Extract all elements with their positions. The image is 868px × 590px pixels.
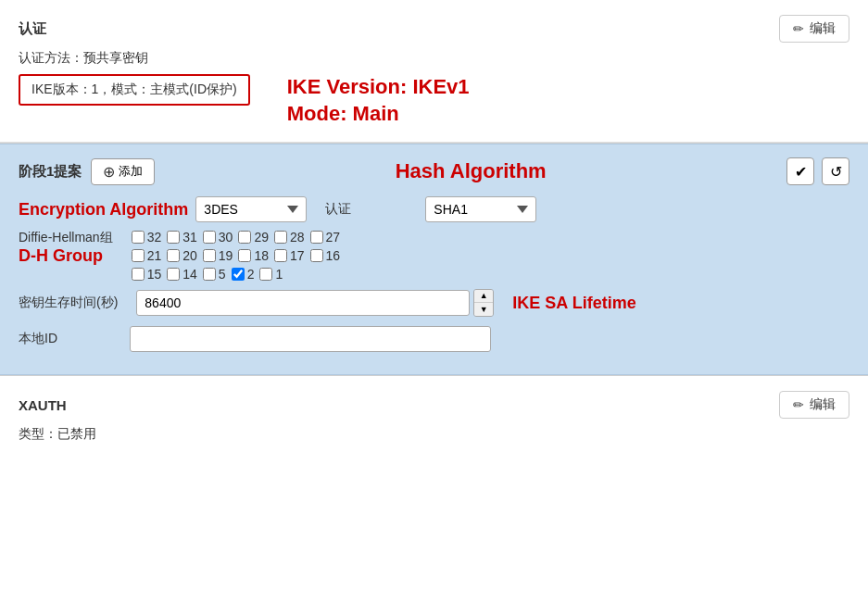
cb-30: 30 (203, 230, 233, 245)
stage1-section: 阶段1提案 ⊕ 添加 Hash Algorithm ✔ ↺ Encryption… (0, 144, 868, 375)
localid-row: 本地ID (19, 326, 849, 352)
lifetime-label: 密钥生存时间(秒) (19, 295, 118, 311)
cb-1: 1 (259, 267, 283, 282)
lifetime-input[interactable] (136, 290, 470, 316)
plus-icon: ⊕ (103, 163, 115, 181)
checkbox-2[interactable] (232, 268, 245, 281)
auth-edit-button[interactable]: ✏ 编辑 (779, 15, 849, 43)
ike-version-line: IKE Version: IKEv1 (287, 74, 470, 101)
checkbox-18[interactable] (238, 249, 251, 262)
encrypt-auth-row: Encryption Algorithm 3DES AES-128 AES-25… (19, 196, 849, 222)
reset-button[interactable]: ↺ (822, 157, 849, 185)
checkbox-21[interactable] (132, 249, 145, 262)
ike-mode-line: Mode: Main (287, 101, 470, 128)
spin-down-button[interactable]: ▼ (474, 303, 493, 316)
checkbox-30[interactable] (203, 231, 216, 244)
cb-29: 29 (238, 230, 269, 245)
dh-row-1: 32 31 30 29 28 27 (132, 230, 340, 245)
checkbox-1[interactable] (259, 268, 272, 281)
lifetime-row: 密钥生存时间(秒) ▲ ▼ IKE SA Lifetime (19, 289, 849, 317)
dh-annotation: D-H Group (19, 246, 113, 266)
dh-row-3: 15 14 5 2 1 (132, 267, 340, 282)
checkbox-19[interactable] (203, 249, 216, 262)
checkbox-14[interactable] (167, 268, 180, 281)
checkbox-17[interactable] (274, 249, 287, 262)
cb-21: 21 (132, 248, 162, 263)
spin-up-button[interactable]: ▲ (474, 290, 493, 303)
auth-top-row: IKE版本：1，模式：主模式(ID保护) IKE Version: IKEv1 … (19, 74, 849, 127)
auth-select[interactable]: SHA1 MD5 SHA256 SHA384 SHA512 (425, 196, 536, 222)
cb-5: 5 (203, 267, 226, 282)
lifetime-wrapper: ▲ ▼ (136, 289, 494, 317)
pencil-icon-xauth: ✏ (793, 397, 804, 412)
dh-left-label: Diffie-Hellman组 D-H Group (19, 230, 113, 266)
xauth-title: XAUTH (19, 397, 67, 413)
stage1-title: 阶段1提案 (19, 163, 82, 181)
cb-20: 20 (167, 248, 197, 263)
encrypt-label-annotation: Encryption Algorithm (19, 200, 188, 220)
localid-label: 本地ID (19, 331, 111, 347)
cb-32: 32 (132, 230, 162, 245)
encrypt-col: Encryption Algorithm 3DES AES-128 AES-25… (19, 196, 307, 222)
dh-checkboxes: 32 31 30 29 28 27 21 20 19 18 17 16 15 1… (132, 230, 340, 282)
cb-28: 28 (274, 230, 305, 245)
cb-14: 14 (167, 267, 197, 282)
auth-title: 认证 (19, 20, 46, 38)
cb-31: 31 (167, 230, 197, 245)
spin-wrapper: ▲ ▼ (473, 289, 494, 317)
auth-field-label: 认证 (325, 201, 418, 218)
checkbox-29[interactable] (238, 231, 251, 244)
reset-icon: ↺ (830, 163, 842, 181)
cb-15: 15 (132, 267, 162, 282)
cb-17: 17 (274, 248, 305, 263)
encrypt-select[interactable]: 3DES AES-128 AES-256 DES (195, 196, 307, 222)
xauth-section: XAUTH ✏ 编辑 类型：已禁用 (0, 376, 868, 458)
hash-annotation: Hash Algorithm (155, 159, 786, 183)
checkbox-27[interactable] (310, 231, 323, 244)
checkbox-5[interactable] (203, 268, 216, 281)
auth-section: 认证 ✏ 编辑 认证方法：预共享密钥 IKE版本：1，模式：主模式(ID保护) … (0, 0, 868, 143)
stage1-header: 阶段1提案 ⊕ 添加 Hash Algorithm ✔ ↺ (19, 157, 849, 185)
auth-col: 认证 SHA1 MD5 SHA256 SHA384 SHA512 (325, 196, 536, 222)
checkbox-20[interactable] (167, 249, 180, 262)
ike-sa-annotation: IKE SA Lifetime (512, 294, 635, 313)
dh-label: Diffie-Hellman组 (19, 230, 113, 246)
check-button[interactable]: ✔ (786, 157, 814, 185)
ike-box: IKE版本：1，模式：主模式(ID保护) (19, 74, 250, 106)
dh-row-2: 21 20 19 18 17 16 (132, 248, 340, 263)
xauth-edit-button[interactable]: ✏ 编辑 (779, 391, 849, 419)
stage1-header-icons: ✔ ↺ (786, 157, 849, 185)
pencil-icon: ✏ (793, 21, 804, 36)
cb-16: 16 (310, 248, 341, 263)
checkbox-28[interactable] (274, 231, 287, 244)
stage1-add-button[interactable]: ⊕ 添加 (91, 158, 155, 185)
checkbox-15[interactable] (132, 268, 145, 281)
check-icon: ✔ (795, 163, 807, 181)
auth-header: 认证 ✏ 编辑 (19, 15, 849, 43)
xauth-header: XAUTH ✏ 编辑 (19, 391, 849, 419)
cb-19: 19 (203, 248, 233, 263)
checkbox-32[interactable] (132, 231, 145, 244)
localid-input[interactable] (130, 326, 491, 352)
auth-method-label: 认证方法：预共享密钥 (19, 50, 849, 67)
cb-18: 18 (238, 248, 269, 263)
ike-annotation: IKE Version: IKEv1 Mode: Main (287, 74, 470, 127)
stage1-title-area: 阶段1提案 ⊕ 添加 (19, 158, 155, 185)
cb-27: 27 (310, 230, 341, 245)
xauth-type: 类型：已禁用 (19, 426, 849, 443)
checkbox-16[interactable] (310, 249, 323, 262)
dh-area: Diffie-Hellman组 D-H Group 32 31 30 29 28… (19, 230, 849, 282)
checkbox-31[interactable] (167, 231, 180, 244)
cb-2: 2 (232, 267, 255, 282)
